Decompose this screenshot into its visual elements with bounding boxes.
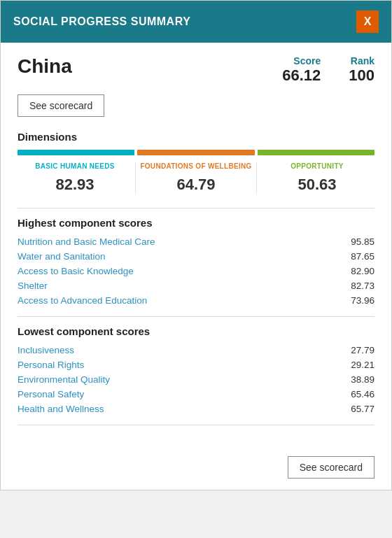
highest-item-4-name[interactable]: Access to Advanced Education bbox=[18, 295, 147, 306]
list-item: Health and Wellness 65.77 bbox=[18, 402, 374, 416]
list-item: Personal Safety 65.46 bbox=[18, 387, 374, 402]
basic-human-needs-value: 82.93 bbox=[18, 176, 132, 194]
lowest-scores-list: Inclusiveness 27.79 Personal Rights 29.2… bbox=[18, 343, 374, 416]
list-item: Shelter 82.73 bbox=[18, 278, 374, 293]
lowest-item-4-value: 65.77 bbox=[351, 404, 374, 414]
highest-item-2-name[interactable]: Access to Basic Knowledge bbox=[18, 266, 134, 276]
opportunity-bar bbox=[258, 150, 374, 155]
lowest-item-2-value: 38.89 bbox=[351, 374, 374, 385]
highest-item-0-value: 95.85 bbox=[351, 236, 374, 247]
dimension-columns: BASIC HUMAN NEEDS 82.93 FOUNDATIONS OF W… bbox=[18, 162, 374, 194]
lowest-item-2-name[interactable]: Environmental Quality bbox=[18, 374, 110, 385]
highest-item-0-name[interactable]: Nutrition and Basic Medical Care bbox=[18, 236, 155, 247]
card-title: SOCIAL PROGRESS SUMMARY bbox=[13, 15, 190, 28]
col-divider-2 bbox=[256, 162, 257, 194]
highest-item-1-name[interactable]: Water and Sanitation bbox=[18, 251, 106, 262]
dim-col-foundations: FOUNDATIONS OF WELLBEING 64.79 bbox=[139, 162, 253, 194]
score-value: 66.12 bbox=[282, 66, 321, 85]
basic-human-needs-label: BASIC HUMAN NEEDS bbox=[18, 162, 132, 170]
lowest-item-1-value: 29.21 bbox=[351, 360, 374, 370]
list-item: Personal Rights 29.21 bbox=[18, 358, 374, 372]
rank-value: 100 bbox=[349, 66, 374, 85]
opportunity-value: 50.63 bbox=[260, 176, 374, 194]
list-item: Access to Basic Knowledge 82.90 bbox=[18, 264, 374, 278]
card-content: China Score 66.12 Rank 100 See scorecard… bbox=[1, 43, 391, 446]
dim-col-opportunity: OPPORTUNITY 50.63 bbox=[260, 162, 374, 194]
lowest-item-3-name[interactable]: Personal Safety bbox=[18, 389, 84, 399]
highest-section-title: Highest component scores bbox=[18, 217, 374, 229]
foundations-label: FOUNDATIONS OF WELLBEING bbox=[139, 162, 253, 170]
lowest-item-0-value: 27.79 bbox=[351, 345, 374, 355]
highest-item-4-value: 73.96 bbox=[351, 295, 374, 306]
opportunity-label: OPPORTUNITY bbox=[260, 162, 374, 170]
foundations-bar bbox=[137, 150, 254, 155]
divider-3 bbox=[18, 425, 374, 425]
score-rank-group: Score 66.12 Rank 100 bbox=[282, 55, 374, 85]
close-button[interactable]: X bbox=[356, 10, 379, 33]
lowest-item-4-name[interactable]: Health and Wellness bbox=[18, 404, 104, 414]
divider-1 bbox=[18, 208, 374, 208]
lowest-item-0-name[interactable]: Inclusiveness bbox=[18, 345, 74, 355]
card-header: SOCIAL PROGRESS SUMMARY X bbox=[1, 1, 391, 43]
divider-2 bbox=[18, 316, 374, 317]
rank-label: Rank bbox=[349, 55, 374, 66]
lowest-item-1-name[interactable]: Personal Rights bbox=[18, 360, 84, 370]
basic-human-needs-bar bbox=[18, 150, 134, 155]
list-item: Environmental Quality 38.89 bbox=[18, 372, 374, 387]
bottom-btn-row: See scorecard bbox=[1, 446, 391, 490]
highest-item-3-name[interactable]: Shelter bbox=[18, 281, 48, 291]
dimensions-label: Dimensions bbox=[18, 131, 374, 143]
social-progress-card: SOCIAL PROGRESS SUMMARY X China Score 66… bbox=[0, 0, 392, 490]
col-divider-1 bbox=[135, 162, 136, 194]
lowest-item-3-value: 65.46 bbox=[351, 389, 374, 399]
country-name: China bbox=[18, 55, 72, 78]
see-scorecard-button-top[interactable]: See scorecard bbox=[18, 94, 104, 117]
list-item: Nutrition and Basic Medical Care 95.85 bbox=[18, 234, 374, 249]
score-label: Score bbox=[282, 55, 321, 66]
foundations-value: 64.79 bbox=[139, 176, 253, 194]
highest-item-3-value: 82.73 bbox=[351, 281, 374, 291]
highest-item-2-value: 82.90 bbox=[351, 266, 374, 276]
list-item: Inclusiveness 27.79 bbox=[18, 343, 374, 358]
lowest-section-title: Lowest component scores bbox=[18, 325, 374, 337]
list-item: Access to Advanced Education 73.96 bbox=[18, 293, 374, 308]
dimension-bars bbox=[18, 150, 374, 155]
see-scorecard-button-bottom[interactable]: See scorecard bbox=[288, 456, 374, 479]
highest-item-1-value: 87.65 bbox=[351, 251, 374, 262]
dim-col-basic: BASIC HUMAN NEEDS 82.93 bbox=[18, 162, 132, 194]
country-row: China Score 66.12 Rank 100 bbox=[18, 55, 374, 85]
list-item: Water and Sanitation 87.65 bbox=[18, 249, 374, 264]
rank-group: Rank 100 bbox=[349, 55, 374, 85]
score-group: Score 66.12 bbox=[282, 55, 321, 85]
highest-scores-list: Nutrition and Basic Medical Care 95.85 W… bbox=[18, 234, 374, 308]
